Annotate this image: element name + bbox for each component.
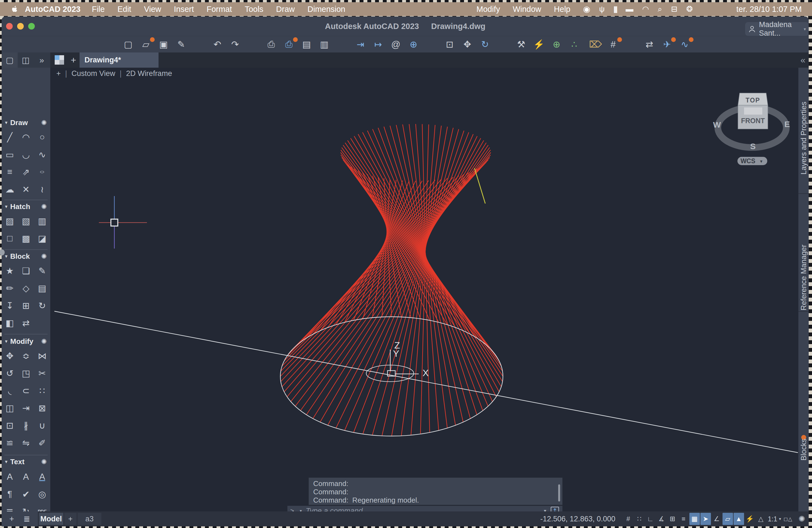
arc-icon[interactable]: ◠ bbox=[18, 128, 34, 146]
mtext-icon[interactable]: ¶ bbox=[2, 485, 18, 503]
recent-commands-icon[interactable]: ↥ bbox=[551, 507, 559, 511]
offset-icon[interactable]: ⊂ bbox=[18, 382, 34, 399]
menu-item[interactable]: Edit bbox=[117, 5, 131, 14]
fillet-icon[interactable]: ◟ bbox=[2, 382, 18, 399]
update-field-icon[interactable]: ↻ bbox=[18, 503, 34, 511]
section-gear-icon[interactable]: ✺ bbox=[41, 252, 47, 260]
workspace-2d-icon[interactable]: ▢ bbox=[2, 53, 18, 68]
transparency-icon[interactable]: ▦ bbox=[690, 513, 700, 525]
divide-icon[interactable]: ✕ bbox=[18, 180, 34, 198]
insert-block-icon[interactable]: ★ bbox=[2, 262, 18, 279]
rectangle-icon[interactable]: ▭ bbox=[2, 146, 18, 163]
undo-icon[interactable]: ↶ bbox=[210, 37, 225, 52]
layout-grid-icon[interactable] bbox=[55, 55, 64, 64]
attribute-edit-icon[interactable]: ✏ bbox=[2, 279, 18, 297]
menu-item[interactable]: Insert bbox=[174, 5, 194, 14]
grid-icon[interactable]: # bbox=[623, 513, 634, 525]
trim-icon[interactable]: ✂ bbox=[34, 365, 50, 382]
menu-item[interactable]: Window bbox=[512, 5, 541, 14]
block-edit-icon[interactable]: ✎ bbox=[34, 262, 50, 279]
collapse-arrow-icon[interactable]: ▾ bbox=[5, 338, 8, 344]
zoom-button[interactable] bbox=[28, 23, 35, 30]
share-icon[interactable]: ✈ bbox=[659, 37, 675, 52]
import-icon[interactable]: ⇥ bbox=[353, 37, 368, 52]
close-button[interactable] bbox=[6, 23, 13, 30]
palette-list-icon[interactable]: ≣ bbox=[24, 514, 30, 524]
block-copy-icon[interactable]: ❏ bbox=[18, 262, 34, 279]
redo-icon[interactable]: ↷ bbox=[228, 37, 243, 52]
annotation-visibility-icon[interactable]: ▲ bbox=[734, 513, 744, 525]
tab-reference-manager[interactable]: Reference Manager bbox=[800, 245, 808, 311]
drawing-tab[interactable]: Drawing4* bbox=[79, 53, 159, 68]
attribute-sync-icon[interactable]: ↻ bbox=[34, 297, 50, 314]
command-scrollbar[interactable] bbox=[558, 484, 560, 501]
battery-icon[interactable]: ▬ bbox=[626, 2, 633, 16]
text-single-icon[interactable]: A bbox=[2, 468, 18, 485]
polar-tracking-icon[interactable]: ∡ bbox=[656, 513, 667, 525]
gradient-icon[interactable]: ▥ bbox=[34, 212, 50, 230]
block-replace-icon[interactable]: ⇄ bbox=[18, 314, 34, 332]
ellipse-icon[interactable]: ○ bbox=[34, 167, 50, 177]
drawing-utilities-icon[interactable]: # bbox=[606, 37, 621, 52]
find-text-icon[interactable]: ◎ bbox=[34, 485, 50, 503]
text-edit-icon[interactable]: A bbox=[18, 468, 34, 485]
settings-gear-icon[interactable]: ✺ bbox=[797, 513, 807, 525]
text-style-icon[interactable]: A bbox=[34, 468, 50, 485]
menu-app-name[interactable]: AutoCAD 2023 bbox=[25, 5, 81, 14]
boundary-icon[interactable]: □ bbox=[2, 230, 18, 247]
workspace-more-icon[interactable]: » bbox=[34, 53, 50, 68]
write-block-icon[interactable]: ↧ bbox=[2, 297, 18, 314]
wifi-icon[interactable]: ◠ bbox=[642, 2, 649, 16]
section-gear-icon[interactable]: ✺ bbox=[41, 458, 47, 466]
scale-icon[interactable]: ⊡ bbox=[2, 417, 18, 434]
spline-icon[interactable]: ∿ bbox=[34, 146, 50, 163]
performance-icon[interactable]: ∿ bbox=[677, 37, 692, 52]
new-layout-button[interactable]: + bbox=[64, 513, 76, 525]
export-icon[interactable]: ↦ bbox=[371, 37, 386, 52]
region-icon[interactable]: ◪ bbox=[34, 230, 50, 247]
rotate-icon[interactable]: ↺ bbox=[2, 365, 18, 382]
collapse-arrow-icon[interactable]: ▾ bbox=[5, 204, 8, 210]
array-icon[interactable]: ∷ bbox=[34, 382, 50, 399]
batch-plot-icon[interactable]: ⎙ bbox=[281, 37, 296, 52]
section-gear-icon[interactable]: ✺ bbox=[41, 203, 47, 211]
plot-preview-icon[interactable]: ▥ bbox=[317, 37, 332, 52]
open-file-icon[interactable]: ▱ bbox=[139, 37, 153, 52]
annotation-scale-icon[interactable]: △ bbox=[756, 513, 766, 525]
copy-3d-icon[interactable]: ⊠ bbox=[34, 399, 50, 417]
new-drawing-tab-button[interactable]: + bbox=[68, 53, 79, 68]
annotation-scale-control[interactable]: 1:1 ▾ bbox=[768, 515, 781, 523]
print-icon[interactable]: ⎙ bbox=[264, 37, 279, 52]
wipeout-icon[interactable]: ▩ bbox=[18, 230, 34, 247]
measure-icon[interactable]: ⇗ bbox=[18, 163, 34, 180]
menu-item[interactable]: Modify bbox=[476, 5, 500, 14]
stretch-icon[interactable]: ◳ bbox=[18, 365, 34, 382]
attribute-manager-icon[interactable]: ◧ bbox=[2, 314, 18, 332]
save-icon[interactable]: ▣ bbox=[156, 37, 171, 52]
section-gear-icon[interactable]: ✺ bbox=[41, 119, 47, 127]
purge-icon[interactable]: ⌦ bbox=[588, 37, 603, 52]
workspace-3d-icon[interactable]: ◫ bbox=[18, 53, 34, 68]
save-to-web-icon[interactable]: ⊕ bbox=[406, 37, 421, 52]
geolocation-icon[interactable]: ⊕ bbox=[549, 37, 564, 52]
command-input[interactable] bbox=[306, 507, 544, 512]
copy-icon[interactable]: ≎ bbox=[18, 347, 34, 365]
move-icon[interactable]: ✥ bbox=[2, 347, 18, 365]
line-icon[interactable]: ╱ bbox=[2, 128, 18, 146]
menu-item[interactable]: Tools bbox=[245, 5, 263, 14]
section-gear-icon[interactable]: ✺ bbox=[41, 337, 47, 346]
attribute-display-icon[interactable]: ▤ bbox=[34, 279, 50, 297]
drawing-canvas[interactable]: ZYXWESTOPFRONTWCS▾ + | Custom View | 2D … bbox=[50, 68, 798, 511]
multiline-icon[interactable]: ≡ bbox=[2, 163, 18, 180]
dynamic-ucs-icon[interactable]: ▱ bbox=[723, 513, 733, 525]
tab-blocks[interactable]: Blocks bbox=[800, 439, 808, 460]
collapse-panel-icon[interactable]: « bbox=[800, 53, 806, 68]
hatch-edit-icon[interactable]: ▧ bbox=[18, 212, 34, 230]
window-tiles-icon[interactable]: ||| bbox=[613, 2, 617, 16]
viewport-view-button[interactable]: Custom View bbox=[72, 69, 115, 78]
collapse-arrow-icon[interactable]: ▾ bbox=[5, 253, 8, 259]
attach-reference-icon[interactable]: @ bbox=[388, 37, 403, 52]
new-file-icon[interactable]: ▢ bbox=[121, 37, 135, 52]
lineweight-icon[interactable]: ≡ bbox=[678, 513, 689, 525]
minimize-button[interactable] bbox=[17, 23, 24, 30]
